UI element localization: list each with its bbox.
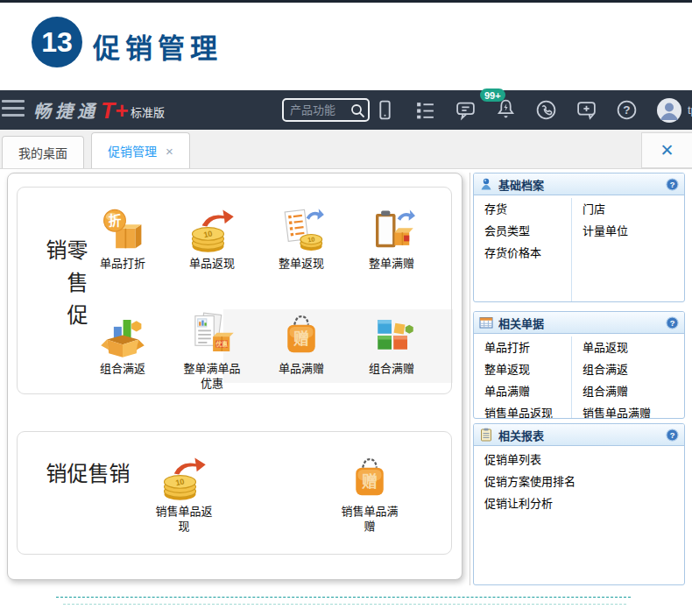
coins-cashback-icon: 10 bbox=[188, 207, 236, 254]
color-cubes-icon bbox=[368, 312, 415, 359]
close-all-tabs-button[interactable]: ✕ bbox=[641, 132, 692, 168]
promo-item-combo-return[interactable]: 组合满返 bbox=[81, 312, 165, 376]
promo-item-combo-gift[interactable]: 组合满赠 bbox=[350, 312, 434, 376]
notification-bell[interactable]: 99+ bbox=[495, 97, 517, 123]
panel-header: 基础档案 ? bbox=[474, 173, 684, 195]
brand-edition: 标准版 bbox=[131, 103, 165, 120]
sidebar-link-promo-analysis[interactable]: 促销让利分析 bbox=[474, 492, 684, 514]
notification-count-badge: 99+ bbox=[480, 89, 505, 102]
page-header: 13 促销管理 bbox=[0, 3, 692, 90]
promo-item-label: 单品返现 bbox=[179, 256, 245, 271]
tab-label: 促销管理 bbox=[108, 142, 157, 159]
dashed-line-2 bbox=[63, 604, 626, 605]
sidebar-link-single-discount[interactable]: 单品打折 bbox=[474, 336, 571, 358]
tab-label: 我的桌面 bbox=[18, 144, 67, 161]
promo-item-sales-cashback[interactable]: 10 销售单品返现 bbox=[142, 455, 226, 534]
promo-item-label: 单品满赠 bbox=[268, 361, 335, 376]
svg-text:?: ? bbox=[670, 180, 675, 188]
sidebar-link-store[interactable]: 门店 bbox=[572, 198, 684, 220]
clipboard-box-icon bbox=[368, 207, 415, 254]
coins-cashback-icon: 10 bbox=[160, 455, 208, 502]
menu-icon[interactable] bbox=[2, 100, 26, 119]
panel-related-documents: 相关单据 ? 单品打折 整单返现 单品满赠 销售单品返现 单品返现 bbox=[473, 311, 685, 419]
sidebar-link-order-cashback[interactable]: 整单返现 bbox=[474, 358, 571, 380]
promo-item-label: 组合满赠 bbox=[358, 361, 425, 376]
brand-name: 畅捷通 bbox=[33, 97, 99, 123]
tab-promotion-management[interactable]: 促销管理 × bbox=[91, 132, 190, 168]
svg-text:?: ? bbox=[670, 430, 675, 439]
document-coins-icon: 10 bbox=[278, 207, 325, 254]
panel-header: 相关单据 ? bbox=[474, 312, 684, 334]
top-navbar: 畅捷通 T+ 标准版 bbox=[0, 90, 692, 130]
sidebar-link-member-type[interactable]: 会员类型 bbox=[474, 220, 571, 242]
sales-promotion-group: 销售促销 10 销售单品返现 bbox=[17, 431, 452, 555]
sidebar-link-combo-return[interactable]: 组合满返 bbox=[572, 358, 684, 380]
person-archive-icon bbox=[479, 177, 493, 191]
sidebar-link-single-gift[interactable]: 单品满赠 bbox=[474, 380, 571, 402]
content-divider bbox=[470, 173, 470, 585]
sidebar: 基础档案 ? 存货 会员类型 存货价格本 门店 计量单位 bbox=[473, 173, 685, 585]
document-box-icon: 优惠 bbox=[188, 312, 236, 359]
promo-item-single-discount[interactable]: 折 单品打折 bbox=[81, 207, 165, 271]
promo-item-single-gift[interactable]: 赠 单品满赠 bbox=[259, 312, 343, 376]
discount-box-icon: 折 bbox=[99, 207, 146, 254]
promo-item-label: 单品打折 bbox=[89, 256, 156, 271]
mobile-icon[interactable] bbox=[374, 99, 396, 121]
panel-help-icon[interactable]: ? bbox=[666, 178, 679, 191]
promo-item-label: 组合满返 bbox=[89, 361, 156, 376]
panel-body: 存货 会员类型 存货价格本 门店 计量单位 bbox=[474, 195, 684, 301]
search-icon[interactable] bbox=[350, 103, 365, 118]
svg-text:赠: 赠 bbox=[293, 329, 309, 348]
promo-item-label: 销售单品返现 bbox=[151, 504, 217, 534]
gift-bag-icon: 赠 bbox=[346, 455, 393, 502]
phone-icon[interactable] bbox=[535, 99, 557, 121]
sidebar-link-promo-ranking[interactable]: 促销方案使用排名 bbox=[474, 471, 684, 492]
message-icon[interactable] bbox=[455, 99, 477, 121]
help-icon[interactable]: ? bbox=[616, 99, 638, 121]
panel-body: 促销单列表 促销方案使用排名 促销让利分析 bbox=[474, 446, 684, 584]
sidebar-link-sales-cashback[interactable]: 销售单品返现 bbox=[474, 402, 571, 419]
page: 13 促销管理 畅捷通 T+ 标准版 bbox=[0, 0, 692, 616]
svg-text:10: 10 bbox=[175, 477, 186, 487]
sidebar-link-promo-list[interactable]: 促销单列表 bbox=[474, 449, 684, 471]
promo-item-label: 销售单品满赠 bbox=[336, 504, 403, 534]
sidebar-link-combo-gift[interactable]: 组合满赠 bbox=[572, 380, 684, 402]
panel-body: 单品打折 整单返现 单品满赠 销售单品返现 单品返现 组合满返 组合满赠 销售单… bbox=[474, 334, 684, 418]
panel-title: 相关报表 bbox=[498, 427, 666, 443]
search-input[interactable] bbox=[284, 103, 350, 117]
svg-text:赠: 赠 bbox=[362, 472, 378, 491]
search-box[interactable] bbox=[282, 98, 370, 122]
open-box-bars-icon bbox=[99, 312, 146, 359]
panel-related-reports: 相关报表 ? 促销单列表 促销方案使用排名 促销让利分析 bbox=[473, 423, 685, 585]
panel-header: 相关报表 ? bbox=[474, 424, 684, 446]
tab-my-desktop[interactable]: 我的桌面 bbox=[2, 136, 84, 168]
promo-item-order-gift[interactable]: 整单满赠 bbox=[350, 207, 434, 271]
sidebar-link-single-cashback[interactable]: 单品返现 bbox=[572, 336, 684, 358]
sidebar-link-price-book[interactable]: 存货价格本 bbox=[474, 242, 571, 264]
content-area: 零售促销 折 单品打折 bbox=[0, 169, 692, 616]
panel-basic-archives: 基础档案 ? 存货 会员类型 存货价格本 门店 计量单位 bbox=[473, 173, 685, 302]
promo-item-single-cashback[interactable]: 10 单品返现 bbox=[170, 207, 254, 271]
page-title: 促销管理 bbox=[93, 26, 222, 66]
sidebar-link-sales-gift[interactable]: 销售单品满赠 bbox=[572, 402, 684, 419]
sidebar-link-unit[interactable]: 计量单位 bbox=[572, 220, 684, 242]
promo-item-order-item-discount[interactable]: 优惠 整单满单品优惠 bbox=[170, 312, 254, 391]
promo-item-order-cashback[interactable]: 10 整单返现 bbox=[259, 207, 343, 271]
table-icon bbox=[479, 315, 493, 329]
sidebar-link-inventory[interactable]: 存货 bbox=[474, 198, 571, 220]
tab-close-icon[interactable]: × bbox=[166, 145, 173, 158]
promo-item-sales-gift[interactable]: 赠 销售单品满赠 bbox=[328, 455, 412, 534]
user-menu[interactable]: tplu bbox=[656, 97, 692, 124]
promo-item-label: 整单满单品优惠 bbox=[179, 361, 245, 391]
retail-promotion-group: 零售促销 折 单品打折 bbox=[17, 187, 452, 394]
dashed-line-1 bbox=[56, 597, 631, 598]
task-list-icon[interactable] bbox=[414, 99, 436, 121]
svg-text:?: ? bbox=[670, 318, 675, 327]
feedback-icon[interactable] bbox=[575, 99, 597, 121]
chapter-number: 13 bbox=[41, 26, 73, 59]
panel-help-icon[interactable]: ? bbox=[666, 428, 679, 442]
tplus-logo: T+ bbox=[101, 99, 128, 122]
promo-item-label: 整单满赠 bbox=[358, 256, 425, 271]
panel-help-icon[interactable]: ? bbox=[666, 316, 679, 329]
chapter-number-badge: 13 bbox=[32, 17, 82, 67]
